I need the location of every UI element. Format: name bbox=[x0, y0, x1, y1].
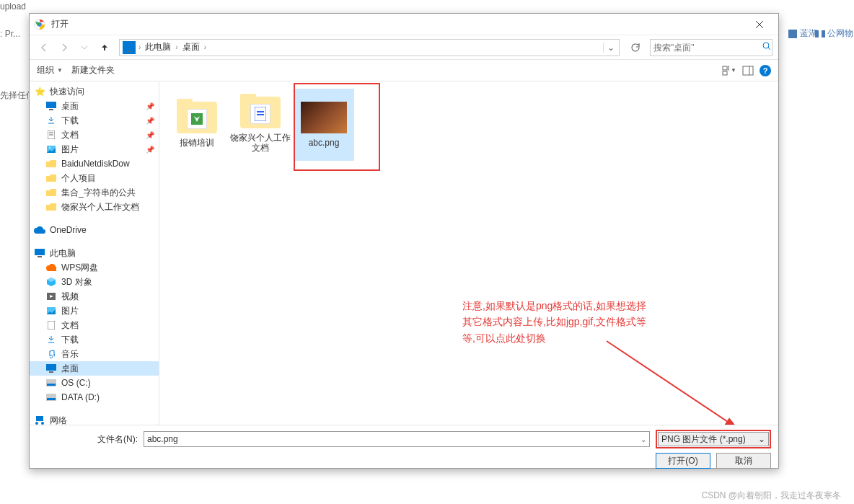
svg-rect-26 bbox=[49, 371, 53, 373]
filetype-select[interactable]: PNG 图片文件 (*.png)⌄ bbox=[658, 432, 769, 446]
filename-input[interactable]: abc.png⌄ bbox=[144, 431, 650, 447]
network-icon bbox=[34, 415, 45, 425]
sidebar-thispc[interactable]: 此电脑 bbox=[30, 246, 159, 260]
filename-label: 文件名(N): bbox=[37, 433, 138, 446]
sidebar-osc[interactable]: OS (C:) bbox=[30, 376, 159, 390]
breadcrumb-bar[interactable]: › 此电脑 › 桌面 › ⌄ bbox=[119, 39, 620, 56]
pc-icon bbox=[123, 41, 136, 54]
documents-icon bbox=[45, 129, 57, 141]
view-options-button[interactable]: ▼ bbox=[722, 63, 736, 78]
folder-item[interactable]: 报销培训 bbox=[167, 89, 227, 161]
help-button[interactable]: ? bbox=[760, 65, 771, 76]
breadcrumb-dropdown[interactable]: ⌄ bbox=[603, 43, 617, 53]
sidebar-raojiaxing[interactable]: 饶家兴个人工作文档 bbox=[30, 200, 159, 214]
search-input[interactable] bbox=[653, 43, 762, 53]
drive-icon bbox=[45, 377, 57, 389]
svg-point-7 bbox=[763, 43, 769, 48]
search-box[interactable] bbox=[650, 39, 772, 56]
svg-point-32 bbox=[35, 422, 38, 425]
sidebar-pictures2[interactable]: 图片 bbox=[30, 304, 159, 318]
svg-rect-21 bbox=[38, 256, 42, 257]
folder-icon bbox=[45, 158, 57, 169]
file-list[interactable]: 报销培训 饶家兴个人工作文档 abc.png 注意,如果默认是png格式的话,如… bbox=[159, 81, 778, 425]
chevron-right-icon[interactable]: › bbox=[138, 43, 141, 51]
chrome-icon bbox=[34, 19, 45, 30]
annotation-text: 注意,如果默认是png格式的话,如果想选择 其它格式内容上传,比如jgp,gif… bbox=[462, 298, 646, 346]
breadcrumb-thispc[interactable]: 此电脑 bbox=[142, 41, 174, 53]
sidebar-personal[interactable]: 个人项目 bbox=[30, 171, 159, 185]
onedrive-icon bbox=[34, 224, 45, 236]
dropdown-icon: ⌄ bbox=[758, 434, 765, 444]
cancel-button[interactable]: 取消 bbox=[716, 453, 771, 469]
dialog-footer: 文件名(N): abc.png⌄ PNG 图片文件 (*.png)⌄ 打开(O)… bbox=[30, 425, 778, 468]
dialog-body: ⭐快速访问 桌面📌 下载📌 文档📌 图片📌 BaiduNetdiskDow 个人… bbox=[30, 81, 778, 425]
folder-item[interactable]: 饶家兴个人工作文档 bbox=[230, 89, 291, 161]
chevron-right-icon[interactable]: › bbox=[175, 43, 177, 51]
downloads-icon bbox=[45, 115, 57, 126]
sidebar-3d[interactable]: 3D 对象 bbox=[30, 275, 159, 289]
sidebar-jihe[interactable]: 集合_字符串的公共 bbox=[30, 185, 159, 200]
svg-rect-9 bbox=[728, 66, 729, 70]
sidebar-baidu[interactable]: BaiduNetdiskDow bbox=[30, 156, 159, 171]
chevron-right-icon[interactable]: › bbox=[204, 43, 206, 51]
video-icon bbox=[45, 291, 57, 302]
sidebar-onedrive[interactable]: OneDrive bbox=[30, 223, 159, 237]
pictures-icon bbox=[45, 143, 57, 155]
back-button[interactable] bbox=[35, 39, 53, 56]
breadcrumb-desktop[interactable]: 桌面 bbox=[180, 41, 203, 53]
folder-icon bbox=[45, 201, 57, 213]
sidebar-datad[interactable]: DATA (D:) bbox=[30, 390, 159, 404]
close-button[interactable] bbox=[745, 16, 774, 33]
sidebar-downloads[interactable]: 下载📌 bbox=[30, 113, 159, 128]
pictures-icon bbox=[45, 305, 57, 317]
sidebar-videos[interactable]: 视频 bbox=[30, 289, 159, 304]
sidebar: ⭐快速访问 桌面📌 下载📌 文档📌 图片📌 BaiduNetdiskDow 个人… bbox=[30, 81, 159, 425]
recent-dropdown[interactable] bbox=[76, 39, 93, 56]
sidebar-downloads2[interactable]: 下载 bbox=[30, 332, 159, 347]
annotation-highlight-box bbox=[294, 83, 380, 171]
sidebar-documents[interactable]: 文档📌 bbox=[30, 128, 159, 142]
sidebar-quickaccess[interactable]: ⭐快速访问 bbox=[30, 84, 159, 99]
new-folder-button[interactable]: 新建文件夹 bbox=[71, 64, 115, 76]
sidebar-wps[interactable]: WPS网盘 bbox=[30, 260, 159, 275]
pc-icon bbox=[34, 247, 45, 259]
folder-icon bbox=[45, 187, 57, 198]
svg-rect-2 bbox=[819, 30, 822, 37]
titlebar: 打开 bbox=[30, 14, 778, 35]
up-button[interactable] bbox=[96, 39, 113, 56]
svg-rect-25 bbox=[46, 364, 56, 371]
pin-icon: 📌 bbox=[146, 131, 154, 139]
annotation-highlight-filetype: PNG 图片文件 (*.png)⌄ bbox=[656, 430, 771, 448]
svg-rect-36 bbox=[257, 111, 264, 112]
sidebar-desktop2[interactable]: 桌面 bbox=[30, 361, 159, 376]
svg-rect-6 bbox=[127, 51, 131, 52]
sidebar-pictures[interactable]: 图片📌 bbox=[30, 142, 159, 156]
sidebar-desktop[interactable]: 桌面📌 bbox=[30, 99, 159, 113]
file-open-dialog: 打开 › 此电脑 › 桌面 › ⌄ 组织▼ 新建文件夹 ▼ ? bbox=[29, 13, 779, 469]
forward-button[interactable] bbox=[56, 39, 73, 56]
dialog-title: 打开 bbox=[51, 18, 745, 30]
open-button[interactable]: 打开(O) bbox=[656, 453, 710, 469]
sidebar-network[interactable]: 网络 bbox=[30, 413, 159, 425]
svg-rect-5 bbox=[124, 43, 134, 50]
svg-line-38 bbox=[607, 341, 736, 425]
folder-icon bbox=[45, 172, 57, 184]
svg-rect-28 bbox=[47, 384, 56, 386]
svg-rect-10 bbox=[723, 71, 727, 75]
cube-icon bbox=[45, 276, 57, 288]
sidebar-music[interactable]: 音乐 bbox=[30, 347, 159, 361]
wps-icon bbox=[45, 262, 57, 273]
watermark: CSDN @向着朝阳，我走过冬夜寒冬 bbox=[701, 490, 841, 502]
dropdown-icon[interactable]: ⌄ bbox=[640, 436, 646, 443]
drive-icon bbox=[45, 392, 57, 403]
background-lanhu-link[interactable]: 蓝湖 bbox=[788, 27, 817, 40]
background-gongwang-link[interactable]: 公网物 bbox=[815, 27, 853, 40]
refresh-button[interactable] bbox=[627, 39, 644, 56]
preview-pane-button[interactable] bbox=[741, 63, 755, 78]
search-icon[interactable] bbox=[762, 41, 772, 53]
organize-button[interactable]: 组织▼ bbox=[37, 64, 63, 76]
desktop-icon bbox=[45, 100, 57, 112]
navigation-bar: › 此电脑 › 桌面 › ⌄ bbox=[30, 35, 778, 60]
svg-rect-24 bbox=[48, 321, 55, 330]
sidebar-documents2[interactable]: 文档 bbox=[30, 318, 159, 332]
